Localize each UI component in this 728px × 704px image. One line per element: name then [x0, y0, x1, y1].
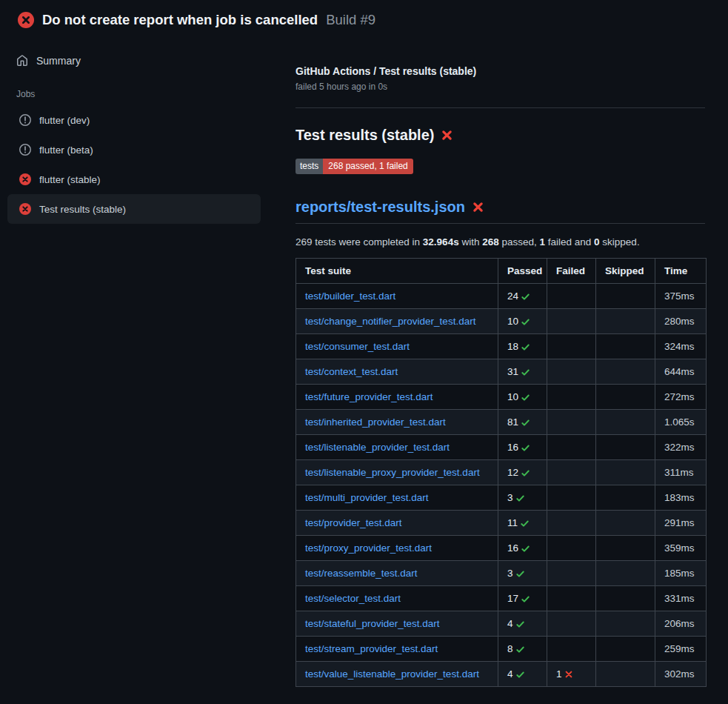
time-cell: 206ms	[655, 611, 707, 637]
skipped-cell	[596, 435, 655, 460]
skipped-cell	[596, 284, 655, 309]
table-row: test/consumer_test.dart 18 324ms	[296, 334, 707, 359]
check-icon	[521, 593, 530, 604]
time-cell: 359ms	[655, 536, 707, 561]
time-cell: 644ms	[655, 359, 707, 385]
report-file-link[interactable]: reports/test-results.json	[295, 199, 465, 216]
table-row: test/value_listenable_provider_test.dart…	[296, 662, 707, 687]
test-suite-link[interactable]: test/change_notifier_provider_test.dart	[305, 316, 475, 327]
column-header-time: Time	[655, 259, 707, 284]
skipped-cell	[596, 561, 655, 586]
check-icon	[515, 568, 525, 579]
sidebar-job-item[interactable]: flutter (dev)	[7, 105, 261, 135]
passed-count: 3	[507, 492, 513, 503]
sidebar-job-item[interactable]: Test results (stable)	[7, 194, 261, 224]
sidebar-summary-label: Summary	[36, 55, 81, 67]
passed-count: 16	[507, 442, 518, 453]
alert-circle-icon	[19, 114, 31, 126]
x-circle-icon	[19, 173, 31, 185]
time-cell: 185ms	[655, 561, 707, 586]
passed-count: 17	[507, 593, 518, 604]
table-row: test/listenable_provider_test.dart 16 32…	[296, 435, 707, 460]
time-cell: 311ms	[655, 460, 707, 485]
breadcrumb: GitHub Actions / Test results (stable)	[295, 65, 705, 77]
time-cell: 302ms	[655, 662, 707, 687]
job-label: Test results (stable)	[39, 204, 126, 215]
table-row: test/reassemble_test.dart 3 185ms	[296, 561, 707, 586]
sidebar-job-item[interactable]: flutter (stable)	[7, 165, 261, 194]
test-suite-link[interactable]: test/stream_provider_test.dart	[305, 643, 438, 654]
test-suite-link[interactable]: test/provider_test.dart	[305, 517, 402, 528]
table-row: test/stateful_provider_test.dart 4 206ms	[296, 611, 707, 637]
check-icon	[515, 618, 525, 629]
skipped-cell	[596, 536, 655, 561]
test-suite-link[interactable]: test/stateful_provider_test.dart	[305, 618, 440, 629]
check-icon	[520, 517, 530, 528]
time-cell: 331ms	[655, 586, 707, 611]
test-suite-link[interactable]: test/listenable_proxy_provider_test.dart	[305, 467, 480, 478]
sidebar-job-item[interactable]: flutter (beta)	[7, 135, 261, 165]
x-mark-icon	[472, 201, 484, 213]
tests-status-badge: tests 268 passed, 1 failed	[295, 159, 413, 174]
skipped-cell	[596, 662, 655, 687]
column-header-passed: Passed	[498, 259, 547, 284]
alert-circle-icon	[19, 144, 31, 156]
check-icon	[521, 316, 530, 327]
test-suite-link[interactable]: test/inherited_provider_test.dart	[305, 416, 446, 428]
report-title: reports/test-results.json	[295, 199, 705, 224]
time-cell: 1.065s	[655, 410, 707, 435]
passed-count: 10	[507, 316, 518, 327]
test-suite-link[interactable]: test/context_test.dart	[305, 366, 398, 377]
table-row: test/multi_provider_test.dart 3 183ms	[296, 485, 707, 511]
test-suite-link[interactable]: test/selector_test.dart	[305, 593, 401, 604]
test-suite-link[interactable]: test/builder_test.dart	[305, 290, 395, 302]
test-suite-link[interactable]: test/consumer_test.dart	[305, 341, 410, 352]
check-icon	[515, 643, 525, 654]
test-suite-link[interactable]: test/multi_provider_test.dart	[305, 492, 429, 503]
main-content: GitHub Actions / Test results (stable) f…	[281, 37, 728, 687]
skipped-cell	[596, 359, 655, 385]
job-label: flutter (dev)	[39, 115, 90, 126]
sidebar-item-summary[interactable]: Summary	[7, 47, 261, 74]
column-header-skipped: Skipped	[596, 259, 655, 284]
job-label: flutter (stable)	[39, 174, 101, 185]
skipped-total: 0	[594, 236, 600, 248]
time-cell: 272ms	[655, 385, 707, 410]
test-suite-link[interactable]: test/proxy_provider_test.dart	[305, 542, 432, 554]
table-row: test/stream_provider_test.dart 8 259ms	[296, 637, 707, 662]
table-row: test/listenable_proxy_provider_test.dart…	[296, 460, 707, 485]
check-icon	[521, 416, 530, 428]
passed-count: 12	[507, 467, 518, 478]
jobs-heading: Jobs	[7, 74, 261, 105]
test-summary-line: 269 tests were completed in 32.964s with…	[295, 236, 705, 248]
time-cell: 280ms	[655, 309, 707, 334]
x-icon	[564, 668, 573, 680]
time-cell: 259ms	[655, 637, 707, 662]
skipped-cell	[596, 385, 655, 410]
time-cell: 291ms	[655, 511, 707, 536]
skipped-cell	[596, 460, 655, 485]
test-suite-link[interactable]: test/future_provider_test.dart	[305, 391, 433, 402]
time-cell: 375ms	[655, 284, 707, 309]
table-row: test/builder_test.dart 24 375ms	[296, 284, 707, 309]
test-suite-link[interactable]: test/reassemble_test.dart	[305, 568, 418, 579]
passed-count: 10	[507, 391, 518, 402]
failed-count: 1	[556, 668, 562, 680]
check-icon	[515, 668, 525, 680]
results-table-body: test/builder_test.dart 24 375ms test/cha…	[296, 284, 707, 687]
passed-count: 8	[507, 643, 513, 654]
test-results-table: Test suite Passed Failed Skipped Time te…	[295, 258, 707, 687]
failed-total: 1	[540, 236, 546, 248]
skipped-cell	[596, 611, 655, 637]
column-header-failed: Failed	[547, 259, 596, 284]
build-number: Build #9	[326, 12, 375, 28]
build-header: Do not create report when job is cancell…	[0, 0, 728, 37]
test-suite-link[interactable]: test/listenable_provider_test.dart	[305, 442, 450, 453]
check-icon	[521, 341, 530, 352]
time-cell: 322ms	[655, 435, 707, 460]
section-title: Test results (stable)	[295, 127, 705, 144]
passed-count: 4	[507, 668, 513, 680]
test-suite-link[interactable]: test/value_listenable_provider_test.dart	[305, 668, 479, 680]
table-row: test/proxy_provider_test.dart 16 359ms	[296, 536, 707, 561]
passed-count: 11	[507, 517, 518, 528]
